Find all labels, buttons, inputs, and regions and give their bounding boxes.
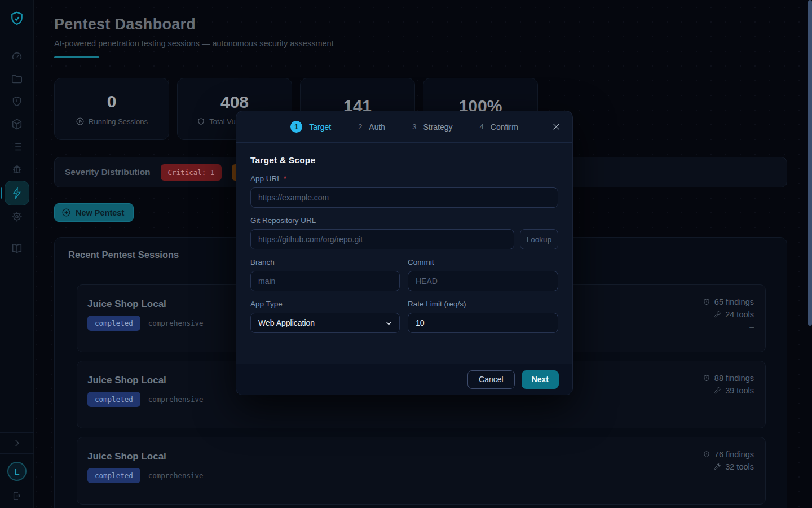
app-type-value: Web Application [258,318,315,327]
divider [54,58,787,58]
active-indicator-bar [1,187,2,199]
app-url-field: App URL* [250,174,558,208]
shield-alert-icon [703,450,710,458]
logout-icon [12,491,23,501]
chevron-down-icon [385,319,393,327]
wizard-step-strategy[interactable]: 3 Strategy [412,122,452,132]
chevron-right-icon [12,438,22,448]
new-pentest-label: New Pentest [76,208,124,217]
zap-icon [11,187,23,199]
panel-title: Recent Pentest Sessions [68,249,179,260]
sidebar-item-settings[interactable] [5,205,29,228]
status-badge: completed [87,316,140,331]
stat-value: 0 [107,92,117,111]
status-badge: completed [87,468,140,483]
folder-icon [11,73,23,85]
shield-alert-icon [703,374,710,382]
accent-underline [54,56,99,58]
book-icon [11,242,23,255]
duration-placeholder: – [749,398,754,408]
rate-limit-label: Rate Limit (req/s) [408,300,558,308]
session-name: Juice Shop Local [87,375,166,386]
app-window: L Pentest Dashboard AI-powered penetrati… [0,0,812,508]
session-name: Juice Shop Local [87,451,166,462]
sidebar-item-dashboard[interactable] [5,45,29,68]
findings-count: 88 findings [714,374,754,383]
sidebar: L [0,0,34,508]
shield-alert-icon [11,95,23,108]
package-icon [11,118,23,130]
app-type-label: App Type [250,300,400,308]
sidebar-item-bugs[interactable] [5,158,29,181]
session-name: Juice Shop Local [87,299,166,310]
step-number-badge: 1 [290,121,302,133]
close-button[interactable] [550,120,562,133]
wizard-step-confirm[interactable]: 4 Confirm [480,122,518,132]
required-asterisk: * [284,174,286,183]
session-mode: comprehensive [148,319,204,327]
app-url-input[interactable] [250,187,558,208]
divider [0,453,34,454]
session-row[interactable]: Juice Shop Local completed comprehensive… [77,437,766,505]
stat-card-running-sessions: 0 Running Sessions [54,78,169,140]
git-url-input[interactable] [250,229,514,249]
modal-footer: Cancel Next [236,364,572,395]
user-avatar[interactable]: L [7,462,27,481]
new-pentest-button[interactable]: New Pentest [54,203,134,222]
sidebar-collapse-button[interactable] [0,433,34,453]
plus-circle-icon [61,208,71,217]
next-button[interactable]: Next [522,370,559,389]
gear-icon [11,211,23,223]
tools-count: 39 tools [725,386,754,395]
commit-input[interactable] [408,271,558,291]
page-subtitle: AI-powered penetration testing sessions … [54,39,334,48]
branch-input[interactable] [250,271,400,291]
step-label: Confirm [491,122,518,132]
findings-count: 76 findings [714,450,754,459]
sidebar-item-packages[interactable] [5,113,29,135]
rate-limit-input[interactable] [408,313,558,333]
sidebar-item-pentest-active[interactable] [5,181,29,205]
scrollbar-thumb[interactable] [808,0,812,326]
step-number: 2 [358,122,362,131]
session-mode: comprehensive [148,471,204,480]
list-icon [11,141,23,153]
gauge-icon [11,50,23,63]
wrench-icon [713,463,721,471]
tools-count: 24 tools [725,310,754,319]
session-mode: comprehensive [148,395,204,404]
status-badge: completed [87,392,140,407]
sidebar-item-projects[interactable] [5,68,29,90]
app-logo[interactable] [0,0,33,37]
lookup-button[interactable]: Lookup [520,229,558,249]
sidebar-item-vulnerabilities[interactable] [5,90,29,113]
branch-label: Branch [250,258,400,266]
step-label: Auth [369,122,385,132]
close-icon [551,122,561,132]
git-url-field: Git Repository URL Lookup [250,216,558,249]
sidebar-item-docs[interactable] [5,237,29,260]
step-number: 3 [412,122,416,131]
sidebar-footer: L [0,432,34,508]
wrench-icon [713,387,721,395]
stat-value: 408 [220,93,249,112]
wizard-step-auth[interactable]: 2 Auth [358,122,385,132]
cancel-button[interactable]: Cancel [467,370,515,389]
shield-alert-icon [197,117,205,126]
apptype-rate-row: App Type Web Application Rate Limit (req… [250,300,558,333]
app-type-select[interactable]: Web Application [250,313,400,333]
shield-check-icon [8,10,25,28]
wizard-step-target[interactable]: 1 Target [290,121,331,133]
wrench-icon [713,310,721,318]
stat-label-text: Running Sessions [89,117,148,126]
logout-button[interactable] [0,487,34,505]
step-number: 4 [480,122,484,131]
commit-label: Commit [408,258,558,266]
sidebar-item-reports[interactable] [5,135,29,158]
modal-heading: Target & Scope [250,155,558,165]
findings-count: 65 findings [714,297,754,306]
tools-count: 32 tools [725,462,754,471]
git-url-label: Git Repository URL [250,216,558,225]
shield-alert-icon [703,298,710,306]
wizard-steps: 1 Target 2 Auth 3 Strategy 4 Confirm [236,111,572,143]
